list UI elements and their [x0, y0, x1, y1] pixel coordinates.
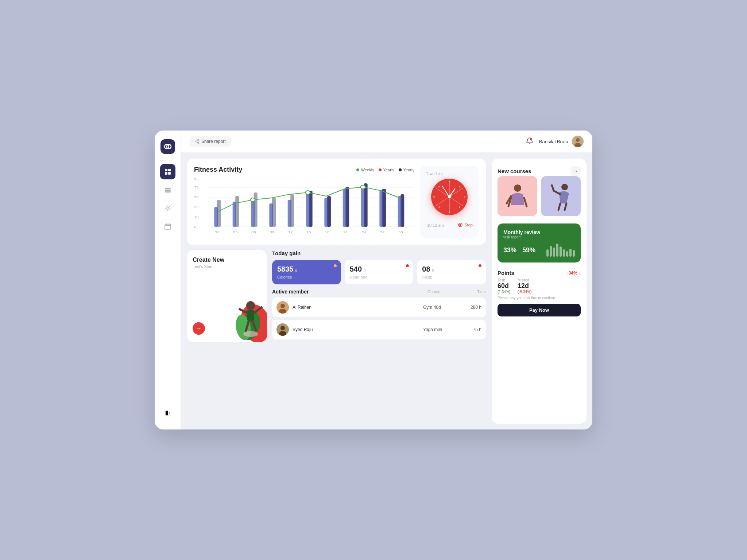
share-button-label: Share report — [201, 139, 226, 144]
svg-point-81 — [449, 181, 450, 182]
missed-value: 12d — [518, 282, 531, 290]
fitness-activity-card: Fitness Activity Weekly Yearly — [187, 159, 486, 245]
legend-label-yearly2: Yearly — [403, 168, 414, 172]
legend-item-yearly2: Yearly — [399, 168, 414, 172]
svg-rect-4 — [165, 172, 167, 175]
svg-text:50: 50 — [194, 195, 199, 199]
create-new-card: Create New Lest's Start. → — [187, 250, 267, 342]
member-avatar-0 — [276, 301, 289, 314]
gain-dot-sleep — [479, 264, 481, 267]
course-thumb-1[interactable] — [498, 176, 537, 216]
sleep-unit: h — [432, 268, 434, 272]
sidebar-bottom — [160, 405, 175, 421]
sidebar-item-settings[interactable] — [160, 201, 175, 216]
legend-label-yearly1: Yearly — [383, 168, 394, 172]
pay-now-button[interactable]: Pay Now — [498, 304, 581, 316]
svg-point-9 — [167, 207, 169, 209]
gain-value-calories: 5835 g — [277, 265, 336, 273]
sidebar-item-dashboard[interactable] — [160, 164, 175, 179]
heartrate-unit: h — [364, 268, 366, 272]
gain-dot-calories — [334, 264, 337, 267]
bottom-row: Create New Lest's Start. → — [187, 250, 486, 342]
point-task: Task 60d (1.34%) — [498, 278, 510, 294]
svg-line-114 — [565, 203, 566, 210]
monthly-review-subtitle: task report — [503, 235, 575, 239]
right-panel: New courses → — [492, 159, 587, 424]
clock-section: T. workout — [420, 166, 479, 238]
create-new-subtitle: Lest's Start. — [193, 264, 261, 269]
monthly-mini-chart — [546, 244, 575, 257]
sidebar-item-logout[interactable] — [160, 405, 175, 421]
svg-rect-10 — [165, 224, 171, 229]
member-name-1: Syed Raju — [293, 327, 423, 332]
svg-point-86 — [438, 206, 440, 208]
svg-text:03: 03 — [233, 230, 238, 234]
svg-line-18 — [196, 142, 197, 143]
svg-point-16 — [198, 143, 199, 144]
chart-section: Fitness Activity Weekly Yearly — [194, 166, 414, 238]
col-time-header: Time — [464, 289, 486, 294]
monthly-stat1: 33% — [503, 246, 516, 254]
svg-point-107 — [514, 184, 521, 192]
new-courses-title: New courses — [498, 168, 531, 174]
stop-icon — [458, 223, 462, 227]
col-course-header: Course — [427, 289, 464, 294]
clock-svg — [431, 179, 468, 215]
sleep-label: Sleep — [422, 275, 481, 279]
mini-bar-5 — [560, 246, 562, 257]
course-figure-1 — [503, 182, 532, 211]
task-sub: (1.34%) — [498, 290, 510, 294]
svg-point-87 — [433, 196, 435, 198]
svg-rect-54 — [361, 185, 365, 227]
bell-icon[interactable] — [526, 137, 533, 146]
svg-point-102 — [280, 304, 285, 308]
missed-sub: (-5.34%) — [518, 290, 531, 294]
course-thumb-2[interactable] — [541, 176, 581, 216]
sleep-value: 08 — [422, 265, 430, 273]
sidebar-logo — [160, 139, 175, 154]
svg-text:95: 95 — [194, 177, 199, 181]
svg-text:75: 75 — [194, 186, 199, 189]
sidebar-item-layers[interactable] — [160, 182, 175, 198]
share-report-button[interactable]: Share report — [190, 136, 231, 147]
legend-label-weekly: Weekly — [361, 168, 374, 172]
svg-text:01: 01 — [215, 230, 220, 234]
svg-line-17 — [196, 140, 197, 141]
gain-card-heartrate: 540 h Heart rate — [345, 260, 414, 284]
heartrate-value: 540 — [350, 265, 362, 273]
clock-face — [431, 179, 468, 215]
active-member-header: Active member Course Time — [272, 289, 486, 295]
point-missed: Missed 12d (-5.34%) — [518, 278, 531, 294]
stop-button[interactable]: Stop — [458, 223, 473, 227]
svg-point-15 — [195, 141, 196, 142]
svg-point-84 — [459, 206, 460, 208]
svg-rect-52 — [324, 198, 328, 227]
member-course-1: Yoga mini — [423, 327, 460, 332]
mini-bar-3 — [553, 248, 555, 257]
mini-bar-8 — [569, 249, 572, 257]
course-figure-2 — [546, 182, 576, 211]
svg-line-115 — [558, 203, 560, 210]
svg-rect-7 — [165, 190, 171, 191]
points-row: Task 60d (1.34%) Missed 12d (-5.34%) — [498, 278, 581, 294]
layers-icon — [165, 187, 171, 193]
svg-point-58 — [306, 191, 310, 194]
legend-dot-yearly1 — [379, 168, 382, 171]
dashboard-icon — [165, 168, 171, 175]
svg-point-83 — [464, 196, 465, 198]
svg-text:12: 12 — [288, 230, 293, 234]
svg-rect-46 — [214, 207, 218, 227]
new-courses-arrow[interactable]: → — [570, 166, 581, 176]
svg-point-59 — [361, 185, 365, 189]
svg-point-80 — [448, 195, 451, 198]
svg-rect-6 — [165, 188, 171, 189]
today-gain-section: Today gain 5835 g Calories — [272, 250, 486, 342]
create-arrow-button[interactable]: → — [193, 322, 205, 335]
gain-cards: 5835 g Calories 540 h — [272, 260, 486, 284]
stop-label: Stop — [464, 223, 473, 227]
legend-item-yearly1: Yearly — [379, 168, 394, 172]
legend-dot-yearly2 — [399, 168, 402, 171]
svg-text:27: 27 — [380, 230, 385, 234]
monthly-stat2: 59% — [522, 246, 535, 254]
sidebar-item-calendar[interactable] — [160, 219, 175, 234]
